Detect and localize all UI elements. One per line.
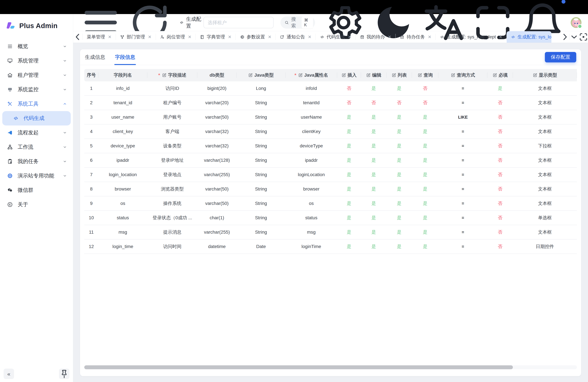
globe-icon	[7, 173, 13, 179]
scrollbar-thumb[interactable]	[84, 365, 513, 369]
edit-icon[interactable]	[451, 73, 455, 77]
table-cell: varchar(255)	[197, 168, 236, 182]
sidebar-item-label: 流程发起	[18, 129, 39, 136]
table-cell: 文本框	[513, 96, 577, 110]
column-header: 必填	[487, 69, 513, 81]
sidebar-item-label: 关于	[18, 201, 28, 208]
app-window: Plus Admin 概览系统管理租户管理系统监控系统工具代码生成流程发起工作流…	[0, 14, 588, 382]
edit-icon[interactable]	[248, 73, 253, 77]
edit-icon[interactable]	[418, 73, 422, 77]
table-cell: user_name	[98, 110, 147, 125]
close-icon[interactable]: ✕	[148, 35, 152, 39]
sidebar-item-label: 微信群	[18, 187, 33, 194]
table-cell: String	[236, 182, 286, 196]
table-cell: 否	[487, 182, 513, 196]
table-cell: 是	[412, 110, 438, 125]
edit-icon[interactable]	[366, 73, 371, 77]
table-cell: 是	[361, 225, 386, 239]
sidebar-item[interactable]: 系统管理	[0, 54, 73, 68]
close-icon[interactable]: ✕	[428, 35, 431, 39]
tabs-scroll-right-button[interactable]	[560, 31, 569, 43]
close-icon[interactable]: ✕	[188, 35, 191, 39]
sidebar-item[interactable]: 系统监控	[0, 82, 73, 97]
table-cell: tenantId	[286, 96, 337, 110]
tabs-dropdown-button[interactable]	[569, 31, 579, 43]
table-cell: 否	[487, 153, 513, 168]
table-cell: 是	[337, 211, 361, 225]
table-cell: char(1)	[197, 211, 236, 225]
table-cell: String	[236, 168, 286, 182]
column-header: 序号	[84, 69, 98, 81]
sidebar-item[interactable]: 代码生成	[2, 111, 71, 126]
close-icon[interactable]: ✕	[348, 35, 352, 39]
tab-field-info[interactable]: 字段信息	[115, 49, 135, 65]
tenant-select-input[interactable]	[204, 17, 273, 28]
user-avatar[interactable]	[571, 17, 582, 28]
workflow-icon	[7, 144, 13, 150]
close-icon[interactable]: ✕	[108, 35, 112, 39]
table-cell: String	[236, 110, 286, 125]
close-icon[interactable]: ✕	[388, 35, 392, 39]
search-label: 搜索	[291, 16, 299, 29]
open-tab[interactable]: 我的待办✕	[356, 31, 396, 43]
table-cell: varchar(50)	[197, 182, 236, 196]
display-icon	[7, 87, 13, 92]
search-shortcut-badge: ⌘ K	[301, 17, 313, 29]
edit-icon[interactable]	[341, 73, 346, 77]
edit-icon[interactable]	[298, 73, 303, 77]
open-tab[interactable]: 菜单管理✕	[83, 31, 116, 43]
table-cell: 是	[386, 196, 412, 211]
edit-icon[interactable]	[493, 73, 497, 77]
sidebar-item[interactable]: 概览	[0, 39, 73, 54]
sidebar-item-label: 系统监控	[18, 86, 39, 93]
search-button[interactable]: 搜索 ⌘ K	[280, 17, 315, 29]
close-icon[interactable]: ✕	[268, 35, 272, 39]
edit-icon[interactable]	[162, 73, 167, 77]
sidebar-item[interactable]: 演示站专用功能	[0, 169, 73, 183]
screen: Plus Admin 概览系统管理租户管理系统监控系统工具代码生成流程发起工作流…	[0, 0, 588, 382]
sidebar-item[interactable]: 我的任务	[0, 154, 73, 169]
edit-icon[interactable]	[533, 73, 537, 77]
save-config-button[interactable]: 保存配置	[545, 52, 576, 63]
sidebar-item[interactable]: 系统工具	[0, 97, 73, 111]
sidebar-item[interactable]: 微信群	[0, 183, 73, 197]
tabs-scroll-left-button[interactable]	[73, 31, 82, 43]
open-tab-active[interactable]: 生成配置: sys_lo	[507, 31, 551, 43]
tab-label: 代码生成	[327, 34, 345, 40]
open-tab[interactable]: 参数设置✕	[236, 31, 276, 43]
table-cell: 否	[487, 225, 513, 239]
tab-generate-info[interactable]: 生成信息	[85, 49, 105, 65]
sidebar-pin-button[interactable]	[59, 369, 69, 379]
close-icon[interactable]: ✕	[228, 35, 231, 39]
open-tab[interactable]: 代码生成✕	[316, 31, 356, 43]
table-cell: String	[236, 139, 286, 153]
fork-icon	[120, 35, 125, 39]
table-cell: 登录状态（0成功 ...	[147, 211, 197, 225]
close-icon[interactable]: ✕	[308, 35, 312, 39]
close-icon[interactable]: ✕	[499, 35, 503, 39]
open-tab[interactable]: 待办任务✕	[396, 31, 436, 43]
table-cell: 是	[412, 196, 438, 211]
open-tab[interactable]: 生成配置: sys_role_dept✕	[436, 31, 507, 43]
sidebar: Plus Admin 概览系统管理租户管理系统监控系统工具代码生成流程发起工作流…	[0, 14, 73, 382]
sidebar-item[interactable]: 关于	[0, 197, 73, 212]
sidebar-collapse-button[interactable]: «	[4, 369, 14, 379]
sidebar-item[interactable]: 租户管理	[0, 68, 73, 82]
table-cell: =	[438, 139, 487, 153]
sidebar-item[interactable]: 流程发起	[0, 126, 73, 140]
column-label: 显示类型	[539, 72, 557, 78]
table-cell: 是	[412, 182, 438, 196]
table-cell: 是	[386, 239, 412, 254]
open-tab[interactable]: 部门管理✕	[116, 31, 156, 43]
notice-icon	[280, 35, 284, 39]
column-header: 字段列名	[98, 69, 147, 81]
table-cell: 是	[386, 139, 412, 153]
content-fullscreen-button[interactable]	[579, 31, 588, 43]
open-tab[interactable]: 通知公告✕	[276, 31, 316, 43]
table-cell: 否	[487, 139, 513, 153]
open-tab[interactable]: 字典管理✕	[196, 31, 236, 43]
edit-icon[interactable]	[392, 73, 396, 77]
open-tab[interactable]: 岗位管理✕	[156, 31, 196, 43]
sidebar-item[interactable]: 工作流	[0, 140, 73, 154]
table-cell: =	[438, 225, 487, 239]
